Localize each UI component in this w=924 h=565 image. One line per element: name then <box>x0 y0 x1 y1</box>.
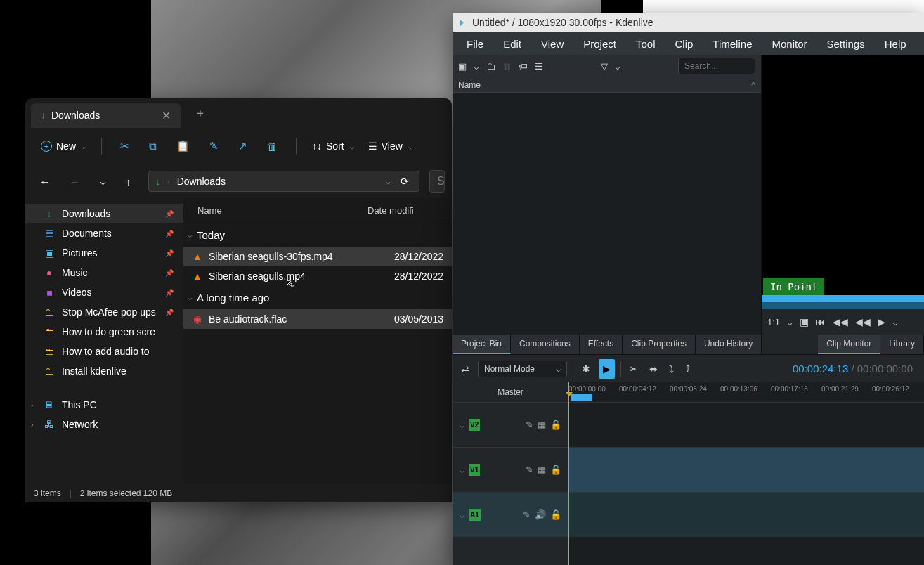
compositing-icon[interactable]: ✱ <box>579 361 593 377</box>
skip-start-icon[interactable]: ⏮ <box>816 316 826 327</box>
sidebar-item-folder[interactable]: 🗀Stop McAfee pop ups📌 <box>25 302 183 322</box>
sidebar-item-folder[interactable]: 🗀Install kdenlive <box>25 361 183 381</box>
close-tab-icon[interactable]: ✕ <box>162 109 171 122</box>
file-row[interactable]: ▲Siberian seagulls-30fps.mp428/12/2022 <box>183 247 452 266</box>
tab-clip-properties[interactable]: Clip Properties <box>623 335 696 354</box>
tab-library[interactable]: Library <box>880 335 924 354</box>
lock-icon[interactable]: 🔓 <box>550 509 561 520</box>
sidebar-item-music[interactable]: ●Music📌 <box>25 263 183 282</box>
master-track-label[interactable]: Master <box>453 382 568 402</box>
effects-icon[interactable]: ✎ <box>526 420 533 430</box>
chevron-down-icon[interactable]: ⌵ <box>615 61 620 72</box>
menu-tool[interactable]: Tool <box>626 34 665 54</box>
file-group-today[interactable]: ⌵Today <box>183 223 452 247</box>
copy-icon[interactable]: ⧉ <box>141 136 165 157</box>
chevron-right-icon[interactable]: › <box>31 401 34 409</box>
chevron-right-icon[interactable]: › <box>31 420 34 429</box>
zone-icon[interactable]: ▣ <box>800 316 809 327</box>
mute-audio-icon[interactable]: 🔊 <box>535 509 546 520</box>
menu-settings[interactable]: Settings <box>817 34 875 54</box>
chevron-down-icon[interactable]: ⌵ <box>460 510 464 520</box>
sidebar-item-documents[interactable]: ▤Documents📌 <box>25 223 183 243</box>
file-row[interactable]: ▲Siberian seagulls.mp428/12/2022 <box>183 266 452 286</box>
cut-icon[interactable]: ✂ <box>112 136 138 157</box>
bin-search-input[interactable] <box>678 58 755 74</box>
chevron-down-icon[interactable]: ⌵ <box>460 465 464 475</box>
sidebar-item-this-pc[interactable]: ›🖥This PC <box>25 395 183 415</box>
menu-icon[interactable]: ☰ <box>535 61 543 72</box>
up-button[interactable]: ↑ <box>119 171 138 192</box>
tab-undo-history[interactable]: Undo History <box>696 335 762 354</box>
monitor-viewport[interactable] <box>762 55 924 278</box>
tab-effects[interactable]: Effects <box>580 335 623 354</box>
timeline-timecode[interactable]: 00:00:24:13 / 00:00:00:00 <box>793 363 913 375</box>
tag-icon[interactable]: 🏷 <box>519 61 528 72</box>
timeline-tracks-body[interactable]: 00:00:00:00 00:00:04:12 00:00:08:24 00:0… <box>568 382 924 565</box>
menu-monitor[interactable]: Monitor <box>762 34 816 54</box>
monitor-ruler[interactable] <box>762 295 924 309</box>
timeline-ruler[interactable]: 00:00:00:00 00:00:04:12 00:00:08:24 00:0… <box>568 382 924 402</box>
delete-icon[interactable]: 🗑 <box>259 136 286 157</box>
menu-project[interactable]: Project <box>573 34 626 54</box>
sidebar-item-videos[interactable]: ▣Videos📌 <box>25 282 183 302</box>
tab-compositions[interactable]: Compositions <box>511 335 580 354</box>
new-button[interactable]: + New ⌵ <box>35 138 91 155</box>
folder-icon[interactable]: 🗀 <box>486 61 495 72</box>
rename-icon[interactable]: ✎ <box>201 136 227 157</box>
menu-timeline[interactable]: Timeline <box>703 34 762 54</box>
sort-button[interactable]: ↑↓ Sort ⌵ <box>306 138 360 155</box>
file-group-old[interactable]: ⌵A long time ago <box>183 286 452 309</box>
share-icon[interactable]: ↗ <box>230 136 256 157</box>
sidebar-item-downloads[interactable]: ↓Downloads📌 <box>25 204 183 223</box>
column-date[interactable]: Date modifi <box>367 205 438 216</box>
frame-back-icon[interactable]: ◀◀ <box>833 316 848 327</box>
menu-help[interactable]: Help <box>875 34 916 54</box>
chevron-down-icon[interactable]: ⌵ <box>93 171 113 192</box>
chevron-down-icon[interactable]: ⌵ <box>460 420 464 430</box>
chevron-down-icon[interactable]: ⌵ <box>892 316 898 327</box>
sidebar-item-folder[interactable]: 🗀How to do green scre <box>25 322 183 342</box>
search-input[interactable]: S <box>429 170 445 193</box>
effects-icon[interactable]: ✎ <box>526 465 533 475</box>
filter-icon[interactable]: ▽ <box>601 61 608 72</box>
effects-icon[interactable]: ✎ <box>523 509 531 520</box>
timeline-playhead[interactable] <box>568 382 569 565</box>
sidebar-item-network[interactable]: ›🖧Network <box>25 415 183 434</box>
sort-icon[interactable]: ^ <box>751 80 755 90</box>
bin-column-header[interactable]: Name ^ <box>453 77 761 93</box>
track-settings-icon[interactable]: ⇄ <box>458 361 472 377</box>
menu-edit[interactable]: Edit <box>493 34 531 54</box>
sidebar-item-folder[interactable]: 🗀How to add audio to <box>25 342 183 361</box>
timeline-zone[interactable] <box>571 394 592 401</box>
select-tool-icon[interactable]: ▶ <box>599 359 615 379</box>
track-row-v2[interactable] <box>568 402 924 447</box>
track-header-v1[interactable]: ⌵ V1 ✎ ▦ 🔓 <box>453 447 568 492</box>
chevron-down-icon[interactable]: ⌵ <box>787 316 793 327</box>
tab-project-bin[interactable]: Project Bin <box>453 335 511 354</box>
column-name[interactable]: Name <box>197 205 367 216</box>
menu-clip[interactable]: Clip <box>665 34 703 54</box>
chevron-down-icon[interactable]: ⌵ <box>474 61 479 72</box>
explorer-titlebar[interactable]: ↓ Downloads ✕ ＋ <box>25 98 452 128</box>
tab-clip-monitor[interactable]: Clip Monitor <box>818 335 880 354</box>
track-header-v2[interactable]: ⌵ V2 ✎ ▦ 🔓 <box>453 402 568 447</box>
file-list-header[interactable]: Name Date modifi <box>183 198 452 223</box>
overwrite-icon[interactable]: ⤴ <box>682 361 693 377</box>
mute-icon[interactable]: ▦ <box>538 420 546 430</box>
spacer-icon[interactable]: ⬌ <box>646 361 661 377</box>
play-icon[interactable]: ▶ <box>878 316 885 327</box>
file-row[interactable]: ◉Be audiotrack.flac03/05/2013 <box>183 309 452 329</box>
lock-icon[interactable]: 🔓 <box>550 420 561 430</box>
add-clip-icon[interactable]: ▣ <box>458 61 467 72</box>
rewind-icon[interactable]: ◀◀ <box>855 316 871 327</box>
insert-icon[interactable]: ⤵ <box>666 361 677 377</box>
edit-mode-select[interactable]: Normal Mode⌵ <box>478 361 567 377</box>
refresh-icon[interactable]: ⟳ <box>398 176 412 187</box>
sidebar-item-pictures[interactable]: ▣Pictures📌 <box>25 243 183 263</box>
menu-view[interactable]: View <box>531 34 573 54</box>
bin-content-area[interactable] <box>453 93 761 335</box>
chevron-down-icon[interactable]: ⌵ <box>386 177 391 186</box>
menu-file[interactable]: File <box>457 34 493 54</box>
view-button[interactable]: ☰ View ⌵ <box>363 138 418 155</box>
mute-icon[interactable]: ▦ <box>538 465 546 475</box>
